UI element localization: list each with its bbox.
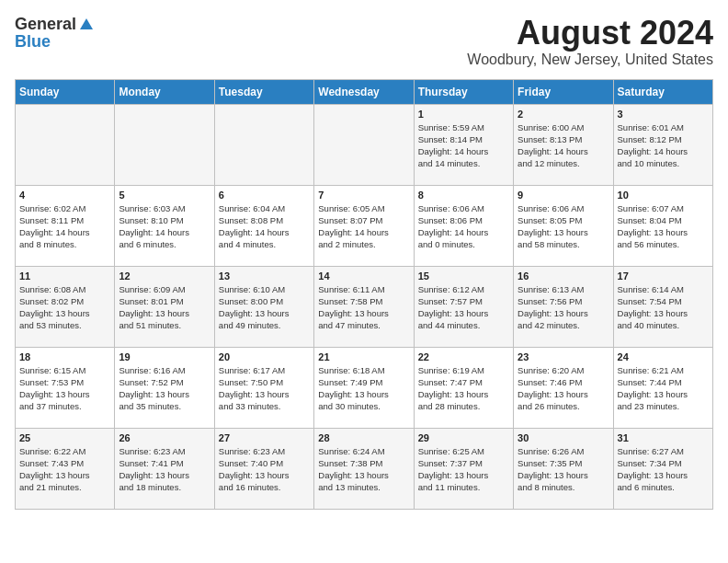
calendar-cell: 25Sunrise: 6:22 AM Sunset: 7:43 PM Dayli… xyxy=(16,428,115,509)
calendar-table: SundayMondayTuesdayWednesdayThursdayFrid… xyxy=(15,79,713,510)
calendar-cell: 7Sunrise: 6:05 AM Sunset: 8:07 PM Daylig… xyxy=(314,185,414,266)
day-info: Sunrise: 6:00 AM Sunset: 8:13 PM Dayligh… xyxy=(518,121,609,170)
day-info: Sunrise: 6:20 AM Sunset: 7:46 PM Dayligh… xyxy=(518,364,609,413)
week-row-5: 25Sunrise: 6:22 AM Sunset: 7:43 PM Dayli… xyxy=(16,428,713,509)
day-number: 12 xyxy=(119,270,210,282)
day-number: 4 xyxy=(19,190,110,201)
day-info: Sunrise: 6:09 AM Sunset: 8:01 PM Dayligh… xyxy=(119,283,210,332)
header-day-sunday: Sunday xyxy=(16,79,115,104)
day-info: Sunrise: 6:23 AM Sunset: 7:41 PM Dayligh… xyxy=(119,445,210,494)
day-number: 28 xyxy=(318,432,409,443)
calendar-cell: 9Sunrise: 6:06 AM Sunset: 8:05 PM Daylig… xyxy=(514,185,613,266)
logo: General Blue xyxy=(15,15,95,52)
day-number: 13 xyxy=(219,270,310,282)
day-number: 19 xyxy=(119,351,210,362)
calendar-cell: 5Sunrise: 6:03 AM Sunset: 8:10 PM Daylig… xyxy=(115,185,214,266)
day-info: Sunrise: 6:26 AM Sunset: 7:35 PM Dayligh… xyxy=(518,445,609,494)
calendar-cell: 28Sunrise: 6:24 AM Sunset: 7:38 PM Dayli… xyxy=(314,428,414,509)
day-info: Sunrise: 5:59 AM Sunset: 8:14 PM Dayligh… xyxy=(418,121,509,170)
day-info: Sunrise: 6:05 AM Sunset: 8:07 PM Dayligh… xyxy=(318,202,409,251)
day-info: Sunrise: 6:21 AM Sunset: 7:44 PM Dayligh… xyxy=(618,364,709,413)
day-number: 15 xyxy=(418,270,509,282)
calendar-cell: 24Sunrise: 6:21 AM Sunset: 7:44 PM Dayli… xyxy=(613,347,712,428)
calendar-cell: 11Sunrise: 6:08 AM Sunset: 8:02 PM Dayli… xyxy=(16,266,115,347)
day-info: Sunrise: 6:24 AM Sunset: 7:38 PM Dayligh… xyxy=(318,445,409,494)
day-number: 7 xyxy=(318,190,409,201)
header-day-friday: Friday xyxy=(514,79,613,104)
day-info: Sunrise: 6:13 AM Sunset: 7:56 PM Dayligh… xyxy=(518,283,609,332)
day-info: Sunrise: 6:23 AM Sunset: 7:40 PM Dayligh… xyxy=(219,445,310,494)
calendar-cell xyxy=(16,104,115,185)
day-info: Sunrise: 6:11 AM Sunset: 7:58 PM Dayligh… xyxy=(318,283,409,332)
day-number: 17 xyxy=(618,270,709,282)
day-number: 11 xyxy=(19,270,110,282)
day-info: Sunrise: 6:02 AM Sunset: 8:11 PM Dayligh… xyxy=(19,202,110,251)
day-info: Sunrise: 6:01 AM Sunset: 8:12 PM Dayligh… xyxy=(618,121,709,170)
header-day-thursday: Thursday xyxy=(414,79,513,104)
calendar-cell: 2Sunrise: 6:00 AM Sunset: 8:13 PM Daylig… xyxy=(514,104,613,185)
calendar-cell: 29Sunrise: 6:25 AM Sunset: 7:37 PM Dayli… xyxy=(414,428,513,509)
logo-blue-text: Blue xyxy=(15,32,51,52)
day-number: 3 xyxy=(618,109,709,120)
calendar-cell xyxy=(115,104,214,185)
calendar-cell: 1Sunrise: 5:59 AM Sunset: 8:14 PM Daylig… xyxy=(414,104,513,185)
day-info: Sunrise: 6:25 AM Sunset: 7:37 PM Dayligh… xyxy=(418,445,509,494)
day-number: 9 xyxy=(518,190,609,201)
header-row: SundayMondayTuesdayWednesdayThursdayFrid… xyxy=(16,79,713,104)
calendar-cell: 31Sunrise: 6:27 AM Sunset: 7:34 PM Dayli… xyxy=(613,428,712,509)
day-number: 18 xyxy=(19,351,110,362)
day-number: 6 xyxy=(219,190,310,201)
week-row-3: 11Sunrise: 6:08 AM Sunset: 8:02 PM Dayli… xyxy=(16,266,713,347)
day-number: 24 xyxy=(618,351,709,362)
calendar-cell xyxy=(214,104,313,185)
day-number: 2 xyxy=(518,109,609,120)
day-number: 23 xyxy=(518,351,609,362)
calendar-cell: 20Sunrise: 6:17 AM Sunset: 7:50 PM Dayli… xyxy=(214,347,313,428)
day-number: 1 xyxy=(418,109,509,120)
calendar-cell xyxy=(314,104,414,185)
calendar-cell: 27Sunrise: 6:23 AM Sunset: 7:40 PM Dayli… xyxy=(214,428,313,509)
day-number: 27 xyxy=(219,432,310,443)
day-number: 5 xyxy=(119,190,210,201)
header-day-tuesday: Tuesday xyxy=(214,79,313,104)
calendar-cell: 17Sunrise: 6:14 AM Sunset: 7:54 PM Dayli… xyxy=(613,266,712,347)
day-info: Sunrise: 6:04 AM Sunset: 8:08 PM Dayligh… xyxy=(219,202,310,251)
logo-general-text: General xyxy=(15,15,76,34)
day-info: Sunrise: 6:10 AM Sunset: 8:00 PM Dayligh… xyxy=(219,283,310,332)
calendar-cell: 6Sunrise: 6:04 AM Sunset: 8:08 PM Daylig… xyxy=(214,185,313,266)
logo-icon xyxy=(78,17,95,33)
day-info: Sunrise: 6:14 AM Sunset: 7:54 PM Dayligh… xyxy=(618,283,709,332)
day-info: Sunrise: 6:08 AM Sunset: 8:02 PM Dayligh… xyxy=(19,283,110,332)
day-info: Sunrise: 6:15 AM Sunset: 7:53 PM Dayligh… xyxy=(19,364,110,413)
day-info: Sunrise: 6:17 AM Sunset: 7:50 PM Dayligh… xyxy=(219,364,310,413)
calendar-cell: 15Sunrise: 6:12 AM Sunset: 7:57 PM Dayli… xyxy=(414,266,513,347)
week-row-1: 1Sunrise: 5:59 AM Sunset: 8:14 PM Daylig… xyxy=(16,104,713,185)
day-info: Sunrise: 6:22 AM Sunset: 7:43 PM Dayligh… xyxy=(19,445,110,494)
day-number: 25 xyxy=(19,432,110,443)
day-number: 29 xyxy=(418,432,509,443)
week-row-2: 4Sunrise: 6:02 AM Sunset: 8:11 PM Daylig… xyxy=(16,185,713,266)
day-info: Sunrise: 6:03 AM Sunset: 8:10 PM Dayligh… xyxy=(119,202,210,251)
calendar-cell: 30Sunrise: 6:26 AM Sunset: 7:35 PM Dayli… xyxy=(514,428,613,509)
calendar-cell: 26Sunrise: 6:23 AM Sunset: 7:41 PM Dayli… xyxy=(115,428,214,509)
calendar-cell: 13Sunrise: 6:10 AM Sunset: 8:00 PM Dayli… xyxy=(214,266,313,347)
day-info: Sunrise: 6:27 AM Sunset: 7:34 PM Dayligh… xyxy=(618,445,709,494)
day-info: Sunrise: 6:07 AM Sunset: 8:04 PM Dayligh… xyxy=(618,202,709,251)
calendar-header: SundayMondayTuesdayWednesdayThursdayFrid… xyxy=(16,79,713,104)
day-number: 8 xyxy=(418,190,509,201)
page-header: General Blue August 2024 Woodbury, New J… xyxy=(15,15,713,68)
title-area: August 2024 Woodbury, New Jersey, United… xyxy=(467,15,713,68)
calendar-cell: 4Sunrise: 6:02 AM Sunset: 8:11 PM Daylig… xyxy=(16,185,115,266)
day-number: 31 xyxy=(618,432,709,443)
day-info: Sunrise: 6:12 AM Sunset: 7:57 PM Dayligh… xyxy=(418,283,509,332)
calendar-cell: 12Sunrise: 6:09 AM Sunset: 8:01 PM Dayli… xyxy=(115,266,214,347)
calendar-body: 1Sunrise: 5:59 AM Sunset: 8:14 PM Daylig… xyxy=(16,104,713,509)
header-day-monday: Monday xyxy=(115,79,214,104)
calendar-cell: 19Sunrise: 6:16 AM Sunset: 7:52 PM Dayli… xyxy=(115,347,214,428)
calendar-cell: 3Sunrise: 6:01 AM Sunset: 8:12 PM Daylig… xyxy=(613,104,712,185)
calendar-cell: 16Sunrise: 6:13 AM Sunset: 7:56 PM Dayli… xyxy=(514,266,613,347)
week-row-4: 18Sunrise: 6:15 AM Sunset: 7:53 PM Dayli… xyxy=(16,347,713,428)
day-number: 22 xyxy=(418,351,509,362)
day-number: 16 xyxy=(518,270,609,282)
calendar-cell: 10Sunrise: 6:07 AM Sunset: 8:04 PM Dayli… xyxy=(613,185,712,266)
